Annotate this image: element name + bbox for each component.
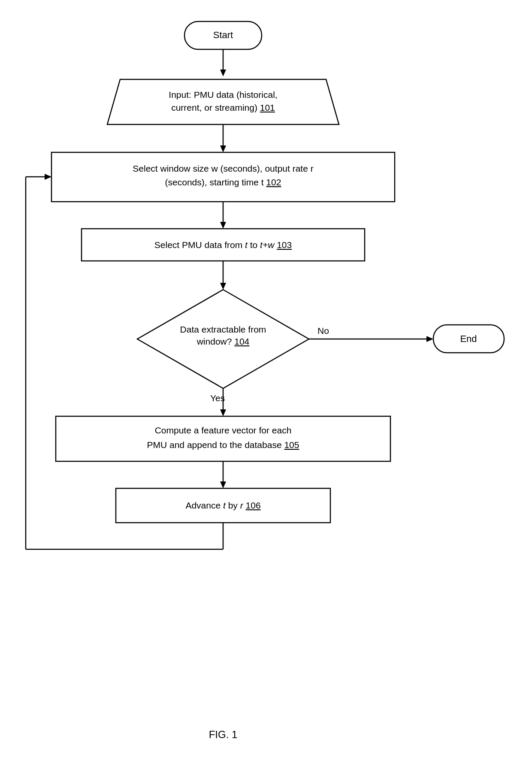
no-label: No xyxy=(317,326,329,336)
end-label: End xyxy=(460,333,477,344)
svg-marker-29 xyxy=(220,481,226,488)
svg-marker-21 xyxy=(426,336,433,342)
svg-marker-16 xyxy=(220,283,226,290)
svg-text:Advance t by r 106: Advance t by r 106 xyxy=(185,500,260,510)
svg-marker-2 xyxy=(220,70,226,76)
svg-text:Input: PMU data (historical,: Input: PMU data (historical, xyxy=(169,90,277,100)
svg-text:Select window size w (seconds): Select window size w (seconds), output r… xyxy=(133,163,313,173)
svg-marker-12 xyxy=(220,222,226,229)
svg-text:(seconds), starting time t 102: (seconds), starting time t 102 xyxy=(165,177,281,187)
svg-marker-7 xyxy=(220,145,226,152)
svg-text:PMU and append to the database: PMU and append to the database 105 xyxy=(147,440,299,450)
svg-marker-36 xyxy=(45,174,51,180)
start-label: Start xyxy=(213,30,233,40)
svg-marker-24 xyxy=(220,409,226,416)
svg-text:Select PMU data from t to t+w : Select PMU data from t to t+w 103 xyxy=(154,240,292,250)
svg-rect-25 xyxy=(56,416,390,461)
svg-text:Compute a feature vector for e: Compute a feature vector for each xyxy=(155,425,292,435)
svg-text:Data extractable from: Data extractable from xyxy=(180,324,266,334)
svg-text:current, or streaming) 101: current, or streaming) 101 xyxy=(171,103,275,112)
flowchart-diagram: Start Input: PMU data (historical, curre… xyxy=(0,0,532,775)
svg-text:window? 104: window? 104 xyxy=(196,336,250,346)
svg-marker-3 xyxy=(107,79,339,124)
fig-label: FIG. 1 xyxy=(209,729,238,740)
